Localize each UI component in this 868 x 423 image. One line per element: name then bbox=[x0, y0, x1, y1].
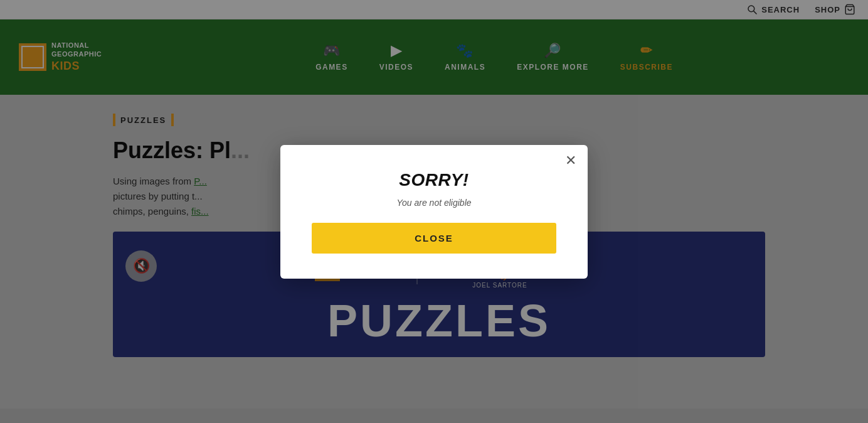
modal-overlay: ✕ SORRY! You are not eligible CLOSE bbox=[0, 0, 868, 423]
modal-close-x-button[interactable]: ✕ bbox=[565, 154, 576, 168]
modal-close-button[interactable]: CLOSE bbox=[312, 223, 556, 254]
modal-title: SORRY! bbox=[399, 170, 468, 190]
modal-subtitle: You are not eligible bbox=[396, 198, 471, 208]
modal: ✕ SORRY! You are not eligible CLOSE bbox=[280, 145, 588, 279]
